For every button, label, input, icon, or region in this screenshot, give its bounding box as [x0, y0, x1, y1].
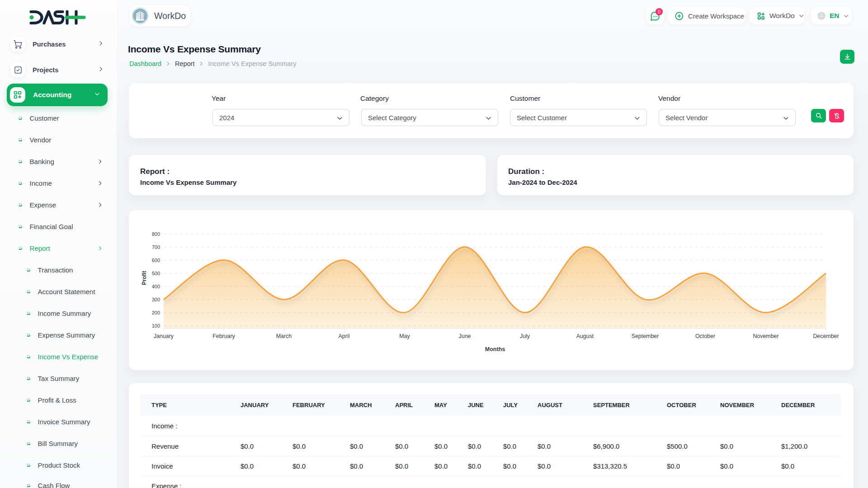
svg-text:500: 500: [152, 271, 160, 276]
svg-text:September: September: [632, 333, 659, 339]
svg-text:100: 100: [152, 323, 160, 328]
svg-text:200: 200: [152, 310, 160, 315]
svg-text:August: August: [576, 333, 594, 339]
svg-text:November: November: [753, 333, 778, 339]
svg-text:March: March: [276, 333, 292, 339]
svg-text:December: December: [813, 333, 839, 339]
svg-text:700: 700: [152, 244, 160, 250]
svg-text:June: June: [459, 333, 471, 339]
svg-text:300: 300: [152, 297, 160, 302]
svg-text:July: July: [520, 333, 530, 339]
svg-text:600: 600: [152, 258, 160, 263]
svg-text:May: May: [399, 333, 410, 339]
svg-text:January: January: [154, 333, 174, 339]
svg-text:February: February: [212, 333, 235, 339]
svg-text:800: 800: [152, 231, 160, 237]
svg-text:Months: Months: [485, 346, 505, 352]
svg-text:April: April: [339, 333, 350, 339]
svg-text:400: 400: [152, 284, 160, 289]
svg-text:October: October: [695, 333, 715, 339]
svg-text:Profit: Profit: [141, 271, 147, 285]
